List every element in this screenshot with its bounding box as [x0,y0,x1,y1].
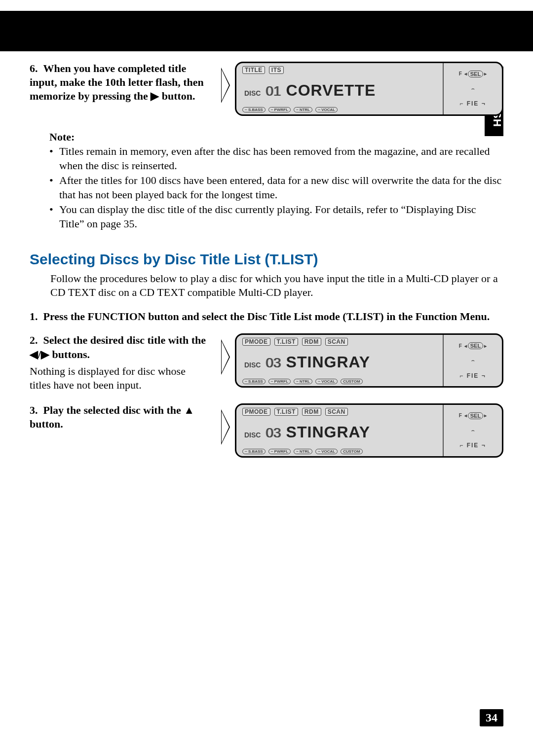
lcd-main: DISC03 STINGRAY [242,423,439,441]
step-3-text: 3. Play the selected disc with the ▲ but… [30,403,207,458]
sel-label: SEL [468,412,483,419]
lcd-disc-num: 03 [266,355,281,371]
manual-page: ENGLISH 6. When you have completed title… [0,0,533,756]
lcd-tag: PMODE [242,338,270,346]
lcd-pill: ~ NTRL [294,449,312,454]
step-3-display-col: PMODE T.LIST RDM SCAN DISC03 STINGRAY ~ … [221,403,503,458]
lcd-pill: CUSTOM [341,379,363,384]
step-6-display-col: TITLE ITS DISC01 CORVETTE ~ S.BASS ~ PWR… [221,62,503,116]
step-2-sub: Nothing is displayed for disc whose titl… [30,364,207,393]
bullet-icon: • [49,174,59,202]
lcd-bottom-pills: ~ S.BASS ~ PWRFL ~ NTRL ~ VOCAL CUSTOM [242,379,439,384]
note-text: After the titles for 100 discs have been… [59,174,503,202]
step-2: 2. Select the desired disc title with th… [30,333,503,393]
step-3: 3. Play the selected disc with the ▲ but… [30,403,503,458]
lcd-bottom-pills: ~ S.BASS ~ PWRFL ~ NTRL ~ VOCAL CUSTOM [242,449,439,454]
note-item: •After the titles for 100 discs have bee… [49,174,503,202]
section-intro: Follow the procedures below to play a di… [50,272,503,300]
header-bar [0,11,533,51]
lcd-display-3: PMODE T.LIST RDM SCAN DISC03 STINGRAY ~ … [235,403,503,458]
lcd-disc-label: DISC [244,431,261,439]
lcd-tag: SCAN [325,408,348,416]
curve-icon: ⌢ [471,358,475,363]
lcd-title: STINGRAY [286,353,370,371]
step-3-number: 3. [30,404,38,416]
lcd-display-2: PMODE T.LIST RDM SCAN DISC03 STINGRAY ~ … [235,333,503,388]
step-2-display-col: PMODE T.LIST RDM SCAN DISC03 STINGRAY ~ … [221,333,503,393]
step-6: 6. When you have completed title input, … [30,62,503,116]
step-6-number: 6. [30,62,38,74]
fie-label: ⌐ FIE ¬ [459,372,486,379]
note-title: Note: [49,131,503,144]
note-block: Note: •Titles remain in memory, even aft… [49,131,503,231]
sel-box: F ◂SEL▸ [459,71,487,77]
step-2-number: 2. [30,334,38,346]
note-item: •You can display the disc title of the d… [49,203,503,231]
lcd-pill: ~ VOCAL [315,449,338,454]
lcd-tag: PMODE [242,408,270,416]
lcd-disc-label: DISC [244,89,261,97]
lcd-title: CORVETTE [286,81,376,100]
step-1-body: Press the FUNCTION button and select the… [43,310,490,323]
lcd-tag: RDM [302,408,321,416]
lcd-left: PMODE T.LIST RDM SCAN DISC03 STINGRAY ~ … [236,405,443,456]
pointer-icon [221,339,230,375]
lcd-right: F ◂SEL▸ ⌢ ⌐ FIE ¬ [443,63,502,114]
lcd-bottom-pills: ~ S.BASS ~ PWRFL ~ NTRL ~ VOCAL [242,107,439,112]
lcd-pill: ~ PWRFL [268,379,291,384]
step-6-body: When you have completed title input, mak… [30,62,204,102]
lcd-main: DISC03 STINGRAY [242,353,439,371]
lcd-right: F ◂SEL▸ ⌢ ⌐ FIE ¬ [443,335,502,386]
lcd-top-tags: TITLE ITS [242,66,439,74]
lcd-disc-num: 01 [266,83,281,99]
bullet-icon: • [49,203,59,231]
step-3-body: Play the selected disc with the ▲ button… [30,404,194,430]
lcd-pill: ~ VOCAL [315,107,338,112]
sel-label: SEL [468,342,483,349]
f-label: F [459,71,462,76]
lcd-main: DISC01 CORVETTE [242,81,439,100]
curve-icon: ⌢ [471,428,475,433]
fie-label: ⌐ FIE ¬ [459,442,486,449]
lcd-right: F ◂SEL▸ ⌢ ⌐ FIE ¬ [443,405,502,456]
note-text: You can display the disc title of the di… [59,203,503,231]
lcd-tag: T.LIST [274,338,298,346]
fie-label: ⌐ FIE ¬ [459,100,486,107]
lcd-tag: RDM [302,338,321,346]
step-6-text: 6. When you have completed title input, … [30,62,207,116]
lcd-pill: ~ S.BASS [242,107,266,112]
lcd-tag: TITLE [242,66,265,74]
lcd-tag: T.LIST [274,408,298,416]
lcd-top-tags: PMODE T.LIST RDM SCAN [242,338,439,346]
step-2-body: Select the desired disc title with the ◀… [30,334,206,360]
pointer-icon [221,409,230,445]
lcd-display-1: TITLE ITS DISC01 CORVETTE ~ S.BASS ~ PWR… [235,62,503,116]
note-item: •Titles remain in memory, even after the… [49,144,503,173]
lcd-pill: ~ NTRL [294,107,312,112]
pointer-icon [221,68,230,103]
lcd-left: TITLE ITS DISC01 CORVETTE ~ S.BASS ~ PWR… [236,63,443,114]
lcd-pill: ~ NTRL [294,379,312,384]
step-2-text: 2. Select the desired disc title with th… [30,333,207,393]
section-heading: Selecting Discs by Disc Title List (T.LI… [30,251,503,268]
page-number: 34 [480,709,503,726]
lcd-pill: ~ S.BASS [242,379,266,384]
lcd-pill: ~ S.BASS [242,449,266,454]
bullet-icon: • [49,144,59,173]
lcd-tag: ITS [269,66,284,74]
step-1-number: 1. [30,310,38,323]
page-content: 6. When you have completed title input, … [30,0,503,458]
lcd-title: STINGRAY [286,423,370,441]
lcd-top-tags: PMODE T.LIST RDM SCAN [242,408,439,416]
lcd-disc-num: 03 [266,425,281,441]
f-label: F [459,413,462,418]
curve-icon: ⌢ [471,86,475,92]
note-text: Titles remain in memory, even after the … [59,144,503,173]
step-1: 1. Press the FUNCTION button and select … [30,310,503,324]
f-label: F [459,343,462,349]
lcd-pill: ~ PWRFL [268,449,291,454]
sel-label: SEL [468,71,483,77]
lcd-disc-label: DISC [244,361,261,369]
lcd-left: PMODE T.LIST RDM SCAN DISC03 STINGRAY ~ … [236,335,443,386]
lcd-pill: ~ VOCAL [315,379,338,384]
